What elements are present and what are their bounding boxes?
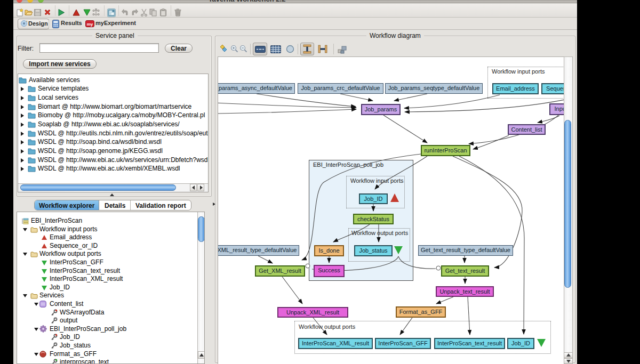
svg-text:my: my: [87, 22, 93, 27]
